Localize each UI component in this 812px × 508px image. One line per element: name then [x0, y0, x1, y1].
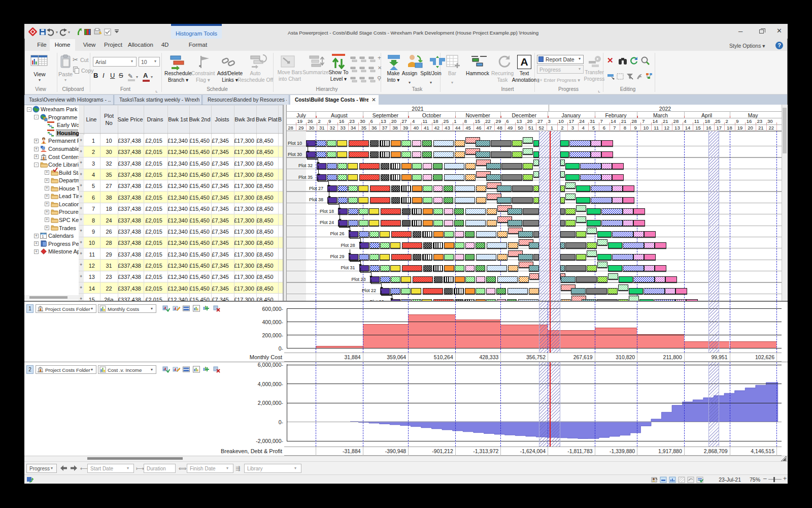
svg-text:▾: ▾ — [68, 30, 70, 35]
svg-text:1: 1 — [42, 235, 44, 238]
svg-text:▾: ▾ — [56, 30, 58, 35]
